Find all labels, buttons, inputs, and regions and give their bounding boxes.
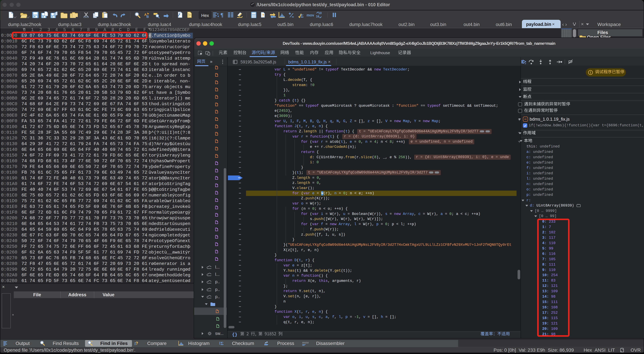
svg-text:Σ: Σ	[300, 13, 304, 18]
svg-text:mov: mov	[302, 341, 309, 344]
svg-text:Σ: Σ	[220, 341, 224, 345]
svg-text:10: 10	[318, 12, 322, 15]
svg-text:B: B	[146, 15, 149, 18]
svg-text:¶: ¶	[220, 12, 224, 18]
svg-text:?: ?	[262, 13, 264, 17]
svg-text:mov: mov	[306, 13, 314, 17]
svg-text:16: 16	[316, 15, 319, 18]
svg-text:?: ?	[136, 341, 138, 346]
